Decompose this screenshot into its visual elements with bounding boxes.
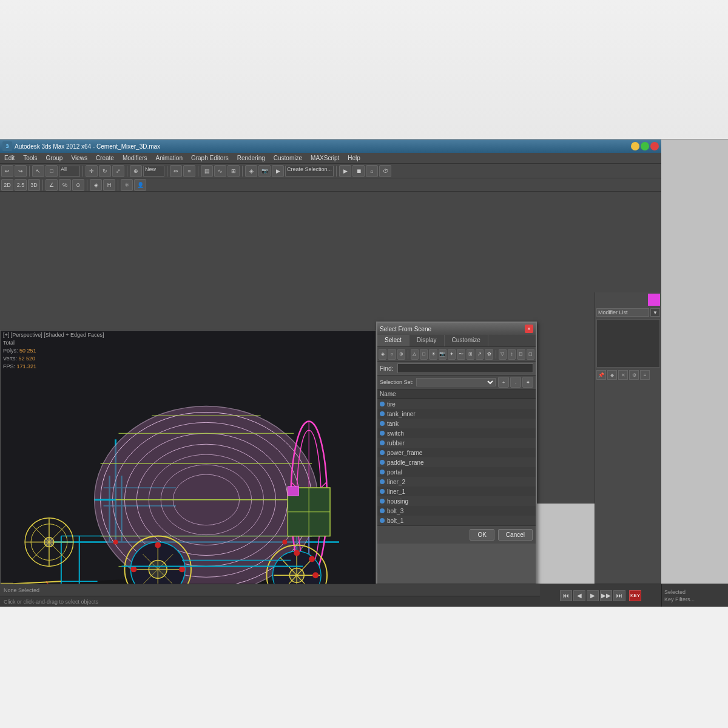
key-mode-button[interactable]: KEY [629,590,641,601]
populate-button[interactable]: 👤 [134,179,146,191]
snap-2d-button[interactable]: 2D [1,179,13,191]
reactor-button[interactable]: ⚛ [121,179,133,191]
play-button[interactable]: ▶ [587,590,599,601]
modifier-dropdown-btn[interactable]: ▼ [650,308,660,317]
object-item[interactable]: portal [377,467,536,477]
sort-icon[interactable]: ↕ [508,349,516,360]
menu-views[interactable]: Views [69,154,89,162]
key-mode-button[interactable]: ⌂ [366,165,378,177]
menu-tools[interactable]: Tools [21,154,39,162]
xref-icon[interactable]: ↗ [476,349,484,360]
named-selection-button[interactable]: ◈ [90,179,102,191]
make-unique-icon[interactable]: ◆ [607,370,617,380]
object-item[interactable]: tank [377,419,536,428]
window-controls[interactable] [631,142,659,150]
geo-icon[interactable]: △ [411,349,419,360]
all-icon[interactable]: ◈ [379,349,386,360]
scale-button[interactable]: ⤢ [112,165,124,177]
ss-remove-icon[interactable]: - [510,377,521,388]
object-item[interactable]: liner_1 [377,487,536,496]
helper-icon[interactable]: ✦ [448,349,456,360]
tab-select[interactable]: Select [377,335,410,346]
object-item[interactable]: power_frame [377,448,536,457]
prev-frame-button[interactable]: ◀ [573,590,585,601]
tab-customize[interactable]: Customize [445,335,488,346]
select-region-button[interactable]: □ [46,165,58,177]
shape-icon[interactable]: □ [420,349,428,360]
play-anim-button[interactable]: ▶ [339,165,351,177]
next-frame-button[interactable]: ▶▶ [600,590,612,601]
align-button[interactable]: ≡ [183,165,195,177]
menu-maxscript[interactable]: MAXScript [309,154,341,162]
maximize-button[interactable] [641,142,649,150]
tab-display[interactable]: Display [410,335,445,346]
minimize-button[interactable] [631,142,639,150]
pin-icon[interactable]: 📌 [596,370,606,380]
move-button[interactable]: ✛ [86,165,98,177]
reference-coord-button[interactable]: ⊕ [130,165,142,177]
object-item[interactable]: rubber [377,438,536,448]
expand-all-icon[interactable]: ≡ [640,370,650,380]
menu-help[interactable]: Help [346,154,362,162]
material-editor-button[interactable]: ◈ [245,165,257,177]
color-swatch[interactable] [648,294,660,306]
spinner-snap-button[interactable]: ⊙ [72,179,84,191]
mirror-button[interactable]: ⇔ [170,165,182,177]
ss-highlight-icon[interactable]: ✦ [522,377,533,388]
selected-filter-label[interactable]: Selected [664,589,686,595]
select-button[interactable]: ↖ [32,165,44,177]
layer-manager-button[interactable]: ▤ [201,165,213,177]
selection-set-dropdown[interactable] [416,378,496,386]
object-item[interactable]: bolt_3 [377,506,536,516]
ss-add-icon[interactable]: + [498,377,509,388]
time-config-button[interactable]: ⏱ [379,165,391,177]
go-end-button[interactable]: ⏭ [613,590,625,601]
key-filters-button[interactable]: Key Filters... [664,596,695,602]
stop-anim-button[interactable]: ⏹ [352,165,365,177]
object-item[interactable]: housing [377,496,536,506]
render-button[interactable]: ▶ [272,165,284,177]
redo-button[interactable]: ↪ [15,165,27,177]
render-setup-button[interactable]: 📷 [258,165,271,177]
object-item[interactable]: switch [377,428,536,438]
camera-icon[interactable]: 📷 [439,349,447,360]
menu-create[interactable]: Create [94,154,116,162]
expand-icon[interactable]: ⊟ [517,349,525,360]
schematic-view-button[interactable]: ⊞ [228,165,240,177]
rotate-button[interactable]: ↻ [99,165,111,177]
selection-filter-dropdown[interactable]: All [59,166,80,177]
menu-animation[interactable]: Animation [153,154,184,162]
menu-customize[interactable]: Customize [272,154,304,162]
object-list[interactable]: tiretank_innertankswitchrubberpower_fram… [377,399,536,525]
menu-graph-editors[interactable]: Graph Editors [189,154,231,162]
object-item[interactable]: paddle_crane [377,457,536,467]
render-preset-dropdown[interactable]: Create Selection... [285,166,334,177]
configure-icon[interactable]: ⚙ [629,370,639,380]
angle-snap-button[interactable]: ∠ [46,179,58,191]
find-input[interactable] [397,363,533,373]
bone-icon[interactable]: ✿ [485,349,493,360]
remove-mod-icon[interactable]: ✕ [618,370,628,380]
menu-edit[interactable]: Edit [2,154,16,162]
percent-snap-button[interactable]: % [59,179,71,191]
object-item[interactable]: liner_2 [377,477,536,487]
object-item[interactable]: tire [377,399,536,409]
object-item[interactable]: bolt_1 [377,516,536,525]
reference-dropdown[interactable]: New [143,166,164,177]
snap-25d-button[interactable]: 2.5 [15,179,27,191]
cancel-button[interactable]: Cancel [498,529,533,541]
close-button[interactable] [650,142,659,150]
menu-modifiers[interactable]: Modifiers [121,154,149,162]
spacewarp-icon[interactable]: 〜 [457,349,465,360]
object-item[interactable]: tank_inner [377,409,536,419]
filter-icon[interactable]: ▽ [499,349,507,360]
snap-3d-button[interactable]: 3D [28,179,40,191]
none-icon[interactable]: ○ [388,349,396,360]
go-start-button[interactable]: ⏮ [560,590,572,601]
dialog-close-button[interactable]: × [525,325,533,333]
undo-button[interactable]: ↩ [1,165,13,177]
curve-editor-button[interactable]: ∿ [214,165,226,177]
display-icon[interactable]: ◻ [527,349,534,360]
group-icon[interactable]: ⊞ [467,349,474,360]
ok-button[interactable]: OK [470,529,494,541]
